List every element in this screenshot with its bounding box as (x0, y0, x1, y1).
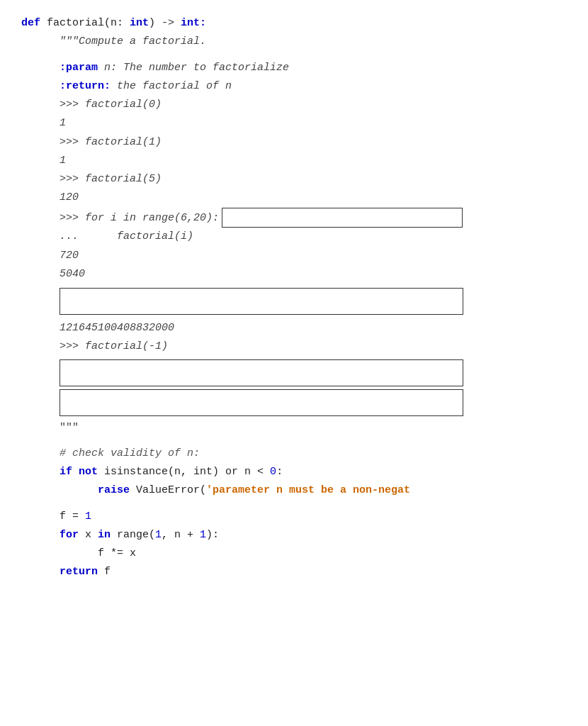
comment-line: # check validity of n: (21, 445, 567, 463)
ex4-result2-line: 5040 (21, 265, 567, 284)
ex2-result: 1 (60, 152, 66, 170)
return-keyword: :return: (60, 77, 111, 96)
ex4-continuation-line: ... factorial(i) (21, 228, 567, 246)
for-keyword: for (60, 526, 79, 544)
inline-input-1[interactable] (222, 208, 463, 228)
prompt4: >>> (60, 209, 79, 228)
range-start: 1 (155, 526, 162, 544)
spacer3 (21, 501, 567, 508)
param-keyword: :param (60, 59, 98, 77)
return-doc-line: :return: the factorial of n (21, 77, 567, 96)
docstring-close-line: """ (21, 419, 567, 437)
block-input-1[interactable] (60, 288, 463, 315)
not-keyword: not (72, 463, 98, 481)
colon: : (276, 463, 283, 481)
range-end: 1 (200, 526, 206, 544)
param-line: :param n: The number to factorialize (21, 59, 567, 77)
ex4-continuation: ... factorial(i) (60, 228, 193, 246)
raise-keyword: raise (98, 481, 130, 500)
block-input-3[interactable] (60, 389, 463, 416)
for-close: ): (206, 526, 219, 544)
raise-string: 'parameter n must be a non-negat (206, 481, 410, 500)
ex2-prompt-line: >>> factorial(1) (21, 133, 567, 152)
triple-quote-close: """ (60, 419, 79, 437)
if-keyword: if (60, 463, 72, 481)
condition2: n < (238, 463, 270, 481)
if-line: if not isinstance(n, int) or n < 0: (21, 463, 567, 481)
ex5-prompt-line: >>> factorial(-1) (21, 337, 567, 356)
ex3-result: 120 (60, 189, 79, 207)
param-text: n: The number to factorialize (98, 59, 289, 77)
f-value: 1 (85, 508, 91, 526)
ex1-result: 1 (60, 114, 66, 133)
ex2-code: factorial(1) (79, 133, 162, 152)
ex4-result1: 720 (60, 247, 79, 265)
ex1-result-line: 1 (21, 114, 567, 133)
for-line: for x in range(1, n + 1): (21, 526, 567, 544)
return-line: return f (21, 563, 567, 581)
return-type: int: (174, 14, 206, 33)
or-text: ) or (213, 463, 238, 481)
ex4-code: for i in range(6,20): (79, 209, 219, 228)
prompt5: >>> (60, 337, 79, 356)
block-input-2[interactable] (60, 359, 463, 386)
int-type-inline: int (193, 463, 213, 481)
in-keyword: in (98, 526, 111, 544)
prompt2: >>> (60, 133, 79, 152)
def-name: factorial(n: (40, 14, 130, 33)
ex4-result2: 5040 (60, 265, 85, 284)
ex3-result-line: 120 (21, 189, 567, 207)
def-line: def factorial(n: int) -> int: (21, 14, 567, 33)
f-assign: f = (60, 508, 85, 526)
f-mult-line: f *= x (21, 544, 567, 563)
large-number-line: 121645100408832000 (21, 319, 567, 337)
spacer2 (21, 437, 567, 445)
ex2-result-line: 1 (21, 152, 567, 170)
for-range: range( (111, 526, 155, 544)
ex3-code: factorial(5) (79, 170, 162, 189)
isinstance-call: isinstance(n, (98, 463, 193, 481)
ex1-prompt-line: >>> factorial(0) (21, 96, 567, 114)
ex1-code: factorial(0) (79, 96, 162, 114)
return-var: f (98, 563, 111, 581)
return-keyword: return (60, 563, 98, 581)
return-text: the factorial of n (111, 77, 232, 96)
def-params2: ) (149, 14, 162, 33)
ex4-prompt-line: >>> for i in range(6,20): (21, 208, 567, 228)
prompt1: >>> (60, 96, 79, 114)
range-sep: , n + (162, 526, 200, 544)
code-container: def factorial(n: int) -> int: """Compute… (0, 0, 588, 726)
raise-line: raise ValueError('parameter n must be a … (21, 481, 567, 500)
large-number: 121645100408832000 (60, 319, 174, 337)
f-assign-line: f = 1 (21, 508, 567, 526)
def-keyword: def (21, 14, 40, 33)
param-type: int (130, 14, 149, 33)
f-mult: f *= x (98, 544, 136, 563)
docstring-open: """Compute a factorial. (21, 33, 567, 51)
ex4-result1-line: 720 (21, 247, 567, 265)
ex3-prompt-line: >>> factorial(5) (21, 170, 567, 189)
ex5-code: factorial(-1) (79, 337, 168, 356)
docstring-open-text: """Compute a factorial. (60, 33, 206, 51)
prompt3: >>> (60, 170, 79, 189)
spacer1 (21, 52, 567, 59)
arrow: -> (162, 14, 174, 33)
raise-call: ValueError( (130, 481, 206, 500)
for-var: x (79, 526, 98, 544)
zero: 0 (270, 463, 276, 481)
comment-text: # check validity of n: (60, 445, 200, 463)
